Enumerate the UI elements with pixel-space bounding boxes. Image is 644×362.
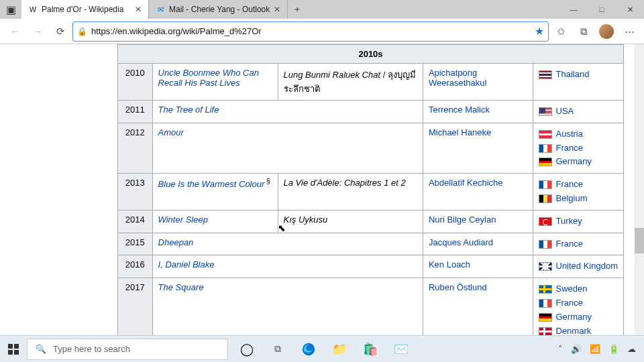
tray-chevron-icon[interactable]: ˄ [558, 344, 563, 354]
country-cell: Thailand [533, 64, 624, 101]
country-cell: USA [533, 101, 624, 123]
close-icon[interactable]: ✕ [135, 5, 142, 14]
tab-strip: W Palme d'Or - Wikipedia ✕ ✉ Mail - Cher… [21, 0, 307, 19]
favorites-button[interactable]: ✩ [550, 21, 572, 42]
collections-button[interactable]: ⧉ [573, 21, 594, 42]
tab-outlook[interactable]: ✉ Mail - Cherie Yang - Outlook ✕ [149, 0, 288, 19]
director-cell[interactable]: Apichatpong Weerasethakul [423, 64, 533, 101]
taskbar-search[interactable]: 🔍 Type here to search [27, 339, 228, 360]
country-entry[interactable]: Belgium [539, 192, 619, 206]
country-entry[interactable]: France [539, 141, 619, 156]
cortana-icon[interactable]: ◯ [235, 337, 259, 361]
director-cell[interactable]: Abdellatif Kechiche [423, 174, 533, 210]
favorite-star-icon[interactable]: ★ [535, 25, 544, 38]
refresh-button[interactable]: ⟳ [50, 21, 71, 42]
film-title-cell[interactable]: Blue Is the Warmest Colour § [152, 174, 278, 210]
country-entry[interactable]: United Kingdom [539, 259, 619, 274]
country-entry[interactable]: France [539, 237, 619, 251]
more-button[interactable]: ⋯ [619, 21, 640, 42]
maximize-button[interactable]: □ [588, 5, 616, 14]
film-title-cell[interactable]: The Square [152, 278, 423, 335]
year-cell: 2015 [118, 233, 153, 255]
director-cell[interactable]: Ruben Östlund [423, 278, 533, 335]
scrollbar-thumb[interactable] [635, 228, 644, 253]
flag-icon [539, 285, 552, 294]
table-row: 2010Uncle Boonmee Who Can Recall His Pas… [118, 64, 624, 101]
new-tab-button[interactable]: ＋ [288, 0, 307, 19]
director-cell[interactable]: Jacques Audiard [423, 233, 533, 255]
favicon-mail: ✉ [156, 5, 165, 14]
svg-rect-3 [14, 350, 19, 355]
forward-button[interactable]: → [27, 21, 48, 42]
flag-icon [539, 70, 552, 79]
table-row: 2014Winter SleepKış UykusuNuri Bilge Cey… [118, 210, 624, 233]
volume-icon[interactable]: 🔊 [571, 344, 582, 354]
country-entry[interactable]: Austria [539, 127, 619, 141]
original-title-cell: Kış Uykusu [278, 210, 423, 233]
year-cell: 2016 [118, 255, 153, 278]
minimize-button[interactable]: — [559, 5, 588, 14]
task-view-icon[interactable]: ⧉ [266, 337, 290, 361]
original-title-cell: La Vie d'Adèle: Chapitres 1 et 2 [278, 174, 423, 210]
table-row: 2012AmourMichael HanekeAustriaFranceGerm… [118, 123, 624, 173]
flag-icon [539, 299, 552, 308]
original-title-cell: Lung Bunmi Raluek Chat / ลุงบุญมีระลึกชา… [278, 64, 423, 101]
flag-icon [539, 158, 552, 166]
country-cell: France [533, 233, 624, 255]
decade-header: 2010s [118, 45, 624, 64]
country-entry[interactable]: Sweden [539, 282, 619, 296]
film-title-cell[interactable]: Amour [152, 123, 423, 173]
explorer-icon[interactable]: 📁 [327, 337, 352, 361]
country-cell: FranceBelgium [533, 174, 624, 210]
titlebar: ▣ W Palme d'Or - Wikipedia ✕ ✉ Mail - Ch… [0, 0, 644, 19]
country-entry[interactable]: Denmark [539, 324, 619, 335]
director-cell[interactable]: Terrence Malick [423, 101, 533, 123]
search-icon: 🔍 [36, 344, 46, 354]
director-cell[interactable]: Ken Loach [423, 255, 533, 278]
tab-title: Palme d'Or - Wikipedia [42, 5, 123, 14]
flag-icon [539, 240, 552, 249]
edge-icon[interactable] [297, 337, 321, 361]
address-bar[interactable]: 🔒 https://en.wikipedia.org/wiki/Palme_d%… [72, 21, 549, 42]
back-button[interactable]: ← [4, 21, 25, 42]
svg-rect-2 [8, 350, 13, 355]
battery-icon[interactable]: 🔋 [608, 344, 619, 354]
network-icon[interactable]: ☁ [627, 344, 636, 354]
flag-icon [539, 194, 552, 203]
start-button[interactable] [0, 344, 27, 355]
close-window-button[interactable]: ✕ [616, 5, 644, 14]
tab-wikipedia[interactable]: W Palme d'Or - Wikipedia ✕ [21, 0, 149, 19]
director-cell[interactable]: Nuri Bilge Ceylan [423, 210, 533, 233]
film-title-cell[interactable]: I, Daniel Blake [152, 255, 423, 278]
store-icon[interactable]: 🛍️ [358, 337, 382, 361]
film-title-cell[interactable]: Uncle Boonmee Who Can Recall His Past Li… [152, 64, 278, 101]
country-entry[interactable]: France [539, 178, 619, 192]
country-cell: United Kingdom [533, 255, 624, 278]
country-entry[interactable]: Turkey [539, 215, 619, 229]
film-title-cell[interactable]: Winter Sleep [152, 210, 278, 233]
table-row: 2011The Tree of LifeTerrence MalickUSA [118, 101, 624, 123]
table-row: 2016I, Daniel BlakeKen LoachUnited Kingd… [118, 255, 624, 278]
close-icon[interactable]: ✕ [274, 5, 280, 14]
film-title-cell[interactable]: The Tree of Life [152, 101, 423, 123]
url-text: https://en.wikipedia.org/wiki/Palme_d%27… [91, 26, 531, 36]
flag-icon [539, 107, 552, 116]
country-cell: AustriaFranceGermany [533, 123, 624, 173]
app-icon: ▣ [0, 3, 21, 16]
scrollbar-track[interactable] [635, 44, 644, 335]
country-entry[interactable]: France [539, 296, 619, 310]
wifi-icon[interactable]: 📶 [590, 344, 600, 354]
mail-icon[interactable]: ✉️ [389, 337, 413, 361]
film-title-cell[interactable]: Dheepan [152, 233, 423, 255]
profile-avatar[interactable] [596, 21, 617, 42]
country-entry[interactable]: Germany [539, 310, 619, 324]
director-cell[interactable]: Michael Haneke [423, 123, 533, 173]
flag-icon [539, 327, 552, 335]
taskbar: 🔍 Type here to search ◯ ⧉ 📁 🛍️ ✉️ ˄ 🔊 📶 … [0, 335, 644, 362]
country-entry[interactable]: Thailand [539, 68, 619, 82]
svg-rect-1 [14, 344, 19, 349]
country-entry[interactable]: Germany [539, 155, 619, 169]
country-entry[interactable]: USA [539, 105, 619, 119]
system-tray: ˄ 🔊 📶 🔋 ☁ [558, 344, 644, 354]
browser-toolbar: ← → ⟳ 🔒 https://en.wikipedia.org/wiki/Pa… [0, 19, 644, 44]
